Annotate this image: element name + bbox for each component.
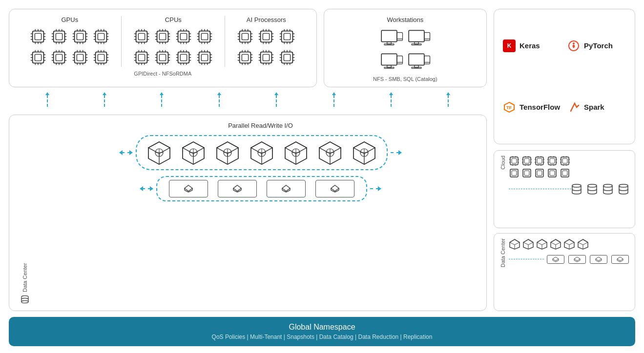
chip-icon — [71, 48, 89, 67]
svg-rect-432 — [524, 171, 529, 176]
svg-rect-321 — [397, 56, 403, 64]
chip-icon — [153, 27, 172, 46]
svg-rect-444 — [537, 171, 542, 176]
svg-rect-456 — [550, 171, 555, 176]
svg-rect-458 — [562, 158, 567, 163]
chip-icon — [92, 27, 110, 46]
pytorch-icon — [567, 39, 580, 52]
cube-node-icon — [352, 140, 377, 165]
chip-icon — [236, 48, 254, 67]
tensorflow-item: TF TensorFlow — [503, 101, 561, 114]
svg-marker-477 — [523, 239, 533, 245]
arrow-up — [333, 95, 334, 107]
svg-point-470 — [588, 184, 597, 187]
dc-remote-label: Data Center — [500, 238, 506, 267]
cloud-box: Cloud — [494, 150, 635, 228]
storage-icon — [281, 184, 291, 193]
pytorch-label: PyTorch — [584, 41, 613, 50]
global-namespace-subtitle: QoS Policies | Multi-Tenant | Snapshots … — [212, 333, 433, 340]
storage-left-arrow — [140, 186, 153, 191]
svg-rect-84 — [75, 52, 86, 63]
svg-rect-419 — [510, 169, 518, 177]
nodes-container — [136, 135, 388, 170]
chip-icon — [257, 48, 275, 67]
storage-icon — [232, 184, 242, 193]
svg-rect-308 — [381, 30, 397, 41]
db-icon — [602, 183, 613, 195]
chip-icon — [236, 27, 254, 46]
svg-rect-225 — [242, 33, 249, 39]
svg-rect-71 — [56, 54, 62, 60]
chip-icon — [278, 27, 296, 46]
svg-rect-126 — [157, 31, 168, 42]
svg-rect-182 — [157, 52, 168, 63]
workstation-icon — [379, 52, 404, 72]
chip-icon — [174, 27, 193, 46]
workstation-icon — [407, 28, 431, 49]
svg-rect-313 — [409, 30, 424, 41]
gpu-label: GPUs — [61, 16, 78, 23]
svg-text:TF: TF — [506, 105, 512, 110]
mini-storage-icon — [552, 256, 559, 262]
svg-marker-400 — [331, 185, 339, 191]
svg-rect-239 — [263, 33, 270, 39]
svg-rect-224 — [240, 31, 251, 42]
svg-rect-318 — [381, 54, 397, 65]
svg-rect-252 — [282, 31, 293, 42]
svg-marker-474 — [510, 239, 519, 245]
mini-cube-icon — [536, 238, 548, 250]
svg-rect-43 — [98, 33, 104, 39]
compute-subtitle: GPIDirect - NFSoRDMA — [134, 71, 191, 77]
dc-io-title: Parallel Read/Write I/O — [43, 122, 478, 129]
mini-storage-unit — [590, 255, 607, 264]
svg-rect-311 — [397, 33, 403, 41]
svg-point-471 — [603, 184, 612, 187]
left-arrows — [119, 150, 133, 155]
frameworks-box: K Keras PyTorch TF TensorFlow — [494, 9, 635, 144]
cube-node-icon — [283, 140, 309, 165]
svg-point-406 — [573, 42, 575, 44]
cloud-remote-nodes — [509, 156, 629, 195]
arrow-up — [391, 95, 392, 107]
db-icon — [21, 294, 29, 304]
cube-node-icon — [215, 140, 240, 165]
svg-rect-211 — [202, 54, 208, 60]
storage-units-container — [156, 176, 367, 201]
mini-chip-icon — [534, 156, 545, 166]
compute-box: GPUs — [9, 9, 317, 87]
dc-remote-nodes — [509, 238, 629, 264]
storage-row — [43, 176, 478, 201]
cube-node-icon — [249, 140, 274, 165]
cube-node-icon — [317, 140, 343, 165]
mini-chip-icon — [521, 156, 532, 166]
keras-icon: K — [503, 39, 516, 52]
svg-rect-468 — [562, 171, 567, 176]
spark-label: Spark — [584, 103, 604, 111]
storage-unit — [315, 180, 354, 197]
datacenter-vertical-label: Data Center — [18, 122, 29, 304]
cube-node-icon — [146, 140, 172, 165]
svg-rect-15 — [56, 33, 62, 39]
svg-rect-127 — [160, 33, 166, 39]
svg-rect-56 — [33, 52, 44, 63]
svg-rect-140 — [178, 31, 189, 42]
svg-rect-409 — [510, 157, 518, 165]
keras-item: K Keras — [503, 39, 561, 52]
svg-rect-410 — [512, 158, 517, 163]
svg-marker-489 — [578, 239, 588, 245]
svg-rect-57 — [35, 54, 42, 60]
svg-marker-501 — [596, 257, 602, 261]
ai-group: AI Processors — [236, 16, 296, 67]
svg-marker-385 — [185, 185, 192, 191]
global-namespace-title: Global Namespace — [289, 323, 355, 332]
svg-marker-480 — [537, 239, 547, 245]
svg-marker-486 — [564, 239, 574, 245]
svg-rect-253 — [284, 33, 291, 39]
cloud-chip-col — [547, 156, 558, 178]
workstation-box: Workstations NFS - SMB, SQL (Catalog) — [324, 9, 487, 87]
gpu-chip-grid — [29, 27, 110, 67]
mini-chip-icon — [560, 156, 570, 166]
mini-chip-icon — [547, 156, 558, 166]
svg-rect-422 — [524, 158, 529, 163]
mini-storage-unit — [568, 255, 586, 264]
